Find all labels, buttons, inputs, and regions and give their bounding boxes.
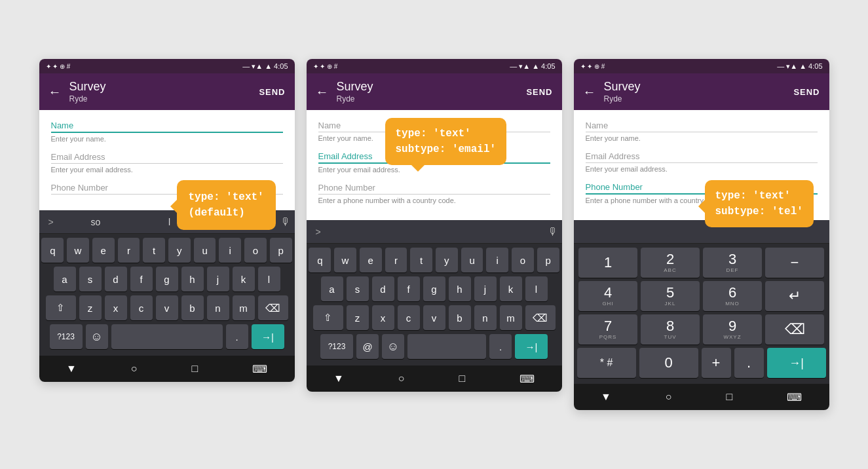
enter-key-1[interactable]: →| (252, 324, 284, 349)
nav-back-3[interactable]: ▼ (601, 391, 611, 403)
dot-key-2[interactable]: . (489, 334, 512, 359)
suggest-arrow-2[interactable]: > (311, 224, 326, 240)
key-x-1[interactable]: x (105, 295, 127, 320)
at-key-2[interactable]: @ (356, 334, 379, 359)
num-minus-3[interactable]: − (765, 248, 824, 278)
key-z-1[interactable]: z (79, 295, 102, 320)
key-w-1[interactable]: w (67, 238, 89, 263)
send-button-2[interactable]: SEND (526, 87, 552, 97)
nav-keyboard-3[interactable]: ⌨ (787, 391, 802, 403)
num-1-3[interactable]: 1 (578, 248, 637, 278)
send-button-1[interactable]: SEND (259, 87, 285, 97)
nav-recent-2[interactable]: □ (459, 373, 465, 385)
nav-recent-3[interactable]: □ (726, 391, 732, 403)
emoji-key-1[interactable]: ☺ (86, 324, 108, 349)
key-d-1[interactable]: d (105, 267, 127, 291)
num-6-3[interactable]: 6MNO (703, 281, 762, 311)
nav-home-1[interactable]: ○ (131, 363, 138, 375)
key-s-2[interactable]: s (347, 276, 369, 301)
key-v-2[interactable]: v (423, 305, 445, 330)
backspace-key-1[interactable]: ⌫ (258, 295, 288, 320)
key-f-1[interactable]: f (130, 267, 153, 291)
suggest-arrow-1[interactable]: > (43, 214, 59, 230)
key-h-1[interactable]: h (181, 267, 204, 291)
num-9-3[interactable]: 9WXYZ (703, 314, 762, 345)
send-button-3[interactable]: SEND (793, 87, 820, 97)
num-0-3[interactable]: 0 (639, 348, 698, 378)
key-y-2[interactable]: y (436, 248, 458, 272)
num-5-3[interactable]: 5JKL (641, 281, 700, 311)
back-button-2[interactable]: ← (316, 84, 329, 100)
num-3-3[interactable]: 3DEF (703, 248, 762, 278)
back-button-1[interactable]: ← (48, 84, 62, 100)
nav-home-3[interactable]: ○ (666, 391, 672, 403)
num-dot-3[interactable]: . (734, 348, 764, 378)
emoji-key-2[interactable]: ☺ (382, 334, 404, 359)
enter-key-2[interactable]: →| (515, 334, 548, 359)
num-enter-key-3[interactable]: →| (767, 348, 826, 378)
key-k-1[interactable]: k (233, 267, 255, 291)
key-a-1[interactable]: a (54, 267, 76, 291)
key-t-1[interactable]: t (143, 238, 165, 263)
key-z-2[interactable]: z (347, 305, 369, 330)
key-o-1[interactable]: o (244, 238, 267, 263)
key-x-2[interactable]: x (372, 305, 394, 330)
suggest-so-1[interactable]: so (59, 214, 133, 230)
key-r-1[interactable]: r (118, 238, 140, 263)
key-l-2[interactable]: l (525, 276, 548, 301)
mic-icon-2[interactable]: 🎙 (548, 226, 558, 238)
numbers-key-1[interactable]: ?123 (50, 324, 83, 349)
nav-back-2[interactable]: ▼ (333, 373, 344, 385)
key-k-2[interactable]: k (500, 276, 522, 301)
key-y-1[interactable]: y (168, 238, 191, 263)
num-backspace-3[interactable]: ⌫ (765, 314, 824, 345)
key-h-2[interactable]: h (449, 276, 471, 301)
nav-back-1[interactable]: ▼ (66, 363, 77, 375)
key-s-1[interactable]: s (79, 267, 102, 291)
shift-key-2[interactable]: ⇧ (313, 305, 343, 330)
key-a-2[interactable]: a (321, 276, 343, 301)
num-7-3[interactable]: 7PQRS (578, 314, 637, 345)
key-q-1[interactable]: q (41, 238, 64, 263)
key-b-1[interactable]: b (181, 295, 204, 320)
nav-keyboard-1[interactable]: ⌨ (252, 363, 267, 375)
key-f-2[interactable]: f (398, 276, 420, 301)
space-key-2[interactable] (407, 334, 486, 359)
key-g-2[interactable]: g (423, 276, 445, 301)
key-t-2[interactable]: t (410, 248, 432, 272)
num-star-hash-3[interactable]: * # (577, 348, 636, 378)
num-8-3[interactable]: 8TUV (641, 314, 700, 345)
backspace-key-2[interactable]: ⌫ (525, 305, 556, 330)
key-q-2[interactable]: q (309, 248, 331, 272)
key-u-1[interactable]: u (194, 238, 216, 263)
key-l-1[interactable]: l (258, 267, 280, 291)
key-m-1[interactable]: m (233, 295, 255, 320)
key-j-2[interactable]: j (474, 276, 497, 301)
key-m-2[interactable]: m (500, 305, 522, 330)
num-4-3[interactable]: 4GHI (578, 281, 637, 311)
key-n-2[interactable]: n (474, 305, 497, 330)
key-o-2[interactable]: o (512, 248, 534, 272)
dot-key-1[interactable]: . (226, 324, 248, 349)
key-c-1[interactable]: c (130, 295, 153, 320)
mic-icon-1[interactable]: 🎙 (280, 216, 291, 228)
key-b-2[interactable]: b (449, 305, 471, 330)
key-d-2[interactable]: d (372, 276, 394, 301)
key-e-2[interactable]: e (360, 248, 382, 272)
shift-key-1[interactable]: ⇧ (46, 295, 76, 320)
key-w-2[interactable]: w (334, 248, 356, 272)
key-e-1[interactable]: e (92, 238, 115, 263)
key-c-2[interactable]: c (398, 305, 420, 330)
key-p-2[interactable]: p (537, 248, 559, 272)
nav-keyboard-2[interactable]: ⌨ (519, 373, 535, 385)
nav-home-2[interactable]: ○ (398, 373, 405, 385)
key-r-2[interactable]: r (385, 248, 407, 272)
key-p-1[interactable]: p (270, 238, 292, 263)
key-v-1[interactable]: v (156, 295, 178, 320)
num-enter-3[interactable]: ↵ (765, 281, 824, 311)
back-button-3[interactable]: ← (583, 84, 596, 100)
nav-recent-1[interactable]: □ (191, 363, 198, 375)
key-u-2[interactable]: u (461, 248, 483, 272)
key-g-1[interactable]: g (156, 267, 178, 291)
key-j-1[interactable]: j (207, 267, 229, 291)
